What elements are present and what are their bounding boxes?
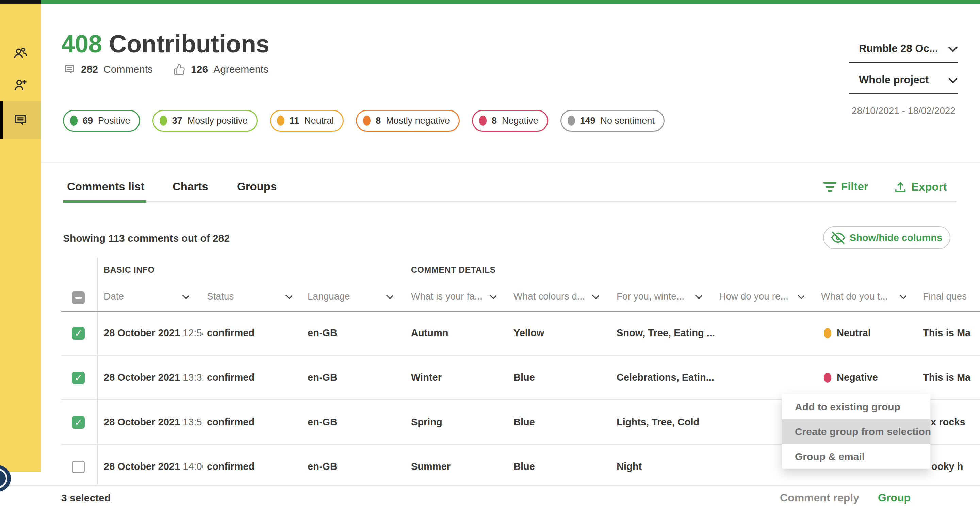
chevron-down-icon xyxy=(386,292,393,300)
cell-language: en-GB xyxy=(308,461,406,472)
active-tab-indicator xyxy=(63,200,146,203)
selection-action-bar: 3 selected Comment reply Group xyxy=(0,485,980,512)
project-selector[interactable]: Rumble 28 Oc... xyxy=(850,40,958,63)
cell-sentiment: Neutral xyxy=(824,327,916,339)
cell-language: en-GB xyxy=(308,327,406,339)
tab-charts[interactable]: Charts xyxy=(172,180,208,193)
row-checkbox[interactable]: ✓ xyxy=(72,416,85,429)
badge-neutral[interactable]: 11 Neutral xyxy=(270,110,344,132)
row-checkbox[interactable]: ✓ xyxy=(72,327,85,340)
filter-icon xyxy=(823,182,837,192)
cell-winter-things: Lights, Tree, Cold xyxy=(617,417,714,428)
cell-winter-things: Snow, Tree, Eating ... xyxy=(617,327,714,339)
cell-colours: Yellow xyxy=(514,327,611,339)
badge-mostly-positive[interactable]: 37 Mostly positive xyxy=(153,110,258,132)
indeterminate-icon xyxy=(75,297,82,299)
sidebar-item-comments[interactable] xyxy=(13,112,28,127)
scope-selector-value: Whole project xyxy=(859,74,929,86)
badge-positive[interactable]: 69 Positive xyxy=(63,110,140,132)
badge-no-sentiment[interactable]: 149 No sentiment xyxy=(560,110,665,132)
comment-reply-button[interactable]: Comment reply xyxy=(780,491,859,504)
chevron-down-icon xyxy=(182,292,189,300)
cell-favourite-season: Summer xyxy=(411,461,509,472)
cell-final-question: This is Ma xyxy=(923,327,980,339)
sidebar-item-participants[interactable] xyxy=(13,46,28,61)
badge-negative[interactable]: 8 Negative xyxy=(472,110,548,132)
cell-date: 28 October 2021 14:06:: xyxy=(104,461,203,472)
neutral-dot xyxy=(277,116,285,126)
section-header-comment-details: COMMENT DETAILS xyxy=(411,265,496,275)
sidebar xyxy=(0,4,41,472)
cell-sentiment: Negative xyxy=(824,372,916,383)
row-checkbox[interactable] xyxy=(72,461,85,473)
menu-item-add-to-existing-group[interactable]: Add to existing group xyxy=(782,395,930,419)
cell-status: confirmed xyxy=(207,461,305,472)
cell-colours: Blue xyxy=(514,372,611,383)
agreements-count: 126 xyxy=(191,63,208,75)
mostly-negative-dot xyxy=(363,116,371,126)
show-hide-columns-button[interactable]: Show/hide columns xyxy=(823,227,950,249)
page-title: 408 Contributions xyxy=(61,30,269,58)
cell-winter-things: Celebrations, Eatin... xyxy=(617,372,714,383)
cell-language: en-GB xyxy=(308,372,406,383)
cell-language: en-GB xyxy=(308,417,406,428)
topbar xyxy=(41,0,980,4)
header-divider xyxy=(41,162,980,163)
group-button[interactable]: Group xyxy=(878,491,911,504)
row-checkbox[interactable]: ✓ xyxy=(72,372,85,384)
tab-groups[interactable]: Groups xyxy=(237,180,277,193)
column-header-final-question[interactable]: Final ques xyxy=(923,291,980,302)
chevron-down-icon xyxy=(948,74,958,83)
date-range: 28/10/2021 - 18/02/2022 xyxy=(850,105,956,116)
app-screen: 408 Contributions 282 Comments 126 Agree… xyxy=(0,0,980,512)
chevron-down-icon xyxy=(798,292,804,300)
column-header-what-do-you[interactable]: What do you t... xyxy=(821,291,906,302)
eye-off-icon xyxy=(831,231,845,244)
section-header-basic-info: BASIC INFO xyxy=(104,265,154,275)
cell-colours: Blue xyxy=(514,417,611,428)
mostly-positive-dot xyxy=(159,116,167,126)
export-button[interactable]: Export xyxy=(894,180,947,194)
column-header-winter[interactable]: For you, winte... xyxy=(617,291,702,302)
sidebar-active-indicator xyxy=(0,101,3,139)
cell-favourite-season: Winter xyxy=(411,372,509,383)
check-icon: ✓ xyxy=(75,418,82,427)
cell-final-question: ooky h xyxy=(931,461,980,472)
ring-icon xyxy=(0,469,8,488)
cell-status: confirmed xyxy=(207,327,305,339)
scope-selector[interactable]: Whole project xyxy=(850,71,958,94)
header-stats: 282 Comments 126 Agreements xyxy=(63,63,269,76)
column-header-colours[interactable]: What colours d... xyxy=(514,291,598,302)
column-header-how-do-you[interactable]: How do you re... xyxy=(719,291,804,302)
cell-date: 28 October 2021 12:54:: xyxy=(104,327,203,339)
cell-favourite-season: Spring xyxy=(411,417,509,428)
filter-button[interactable]: Filter xyxy=(823,180,869,193)
menu-item-create-group-from-selection[interactable]: Create group from selection xyxy=(782,419,930,444)
cell-status: confirmed xyxy=(207,372,305,383)
column-header-date[interactable]: Date xyxy=(104,291,189,302)
select-all-checkbox[interactable] xyxy=(72,292,85,304)
results-summary: Showing 113 comments out of 282 xyxy=(63,233,230,244)
tab-comments-list[interactable]: Comments list xyxy=(67,180,144,193)
cell-date: 28 October 2021 13:31:0 xyxy=(104,372,203,383)
contributions-label: Contributions xyxy=(109,30,269,58)
row-separator xyxy=(61,355,980,356)
tabs-divider xyxy=(63,201,956,202)
column-header-status[interactable]: Status xyxy=(207,291,292,302)
badge-mostly-negative[interactable]: 8 Mostly negative xyxy=(356,110,460,132)
chevron-down-icon xyxy=(285,292,292,300)
sentiment-dot xyxy=(824,373,831,383)
cell-final-question: x rocks xyxy=(931,417,980,428)
column-header-language[interactable]: Language xyxy=(308,291,393,302)
menu-item-group-and-email[interactable]: Group & email xyxy=(782,444,930,469)
cell-winter-things: Night xyxy=(617,461,714,472)
chevron-down-icon xyxy=(592,292,598,300)
column-header-favourite-season[interactable]: What is your fa... xyxy=(411,291,496,302)
topbar-corner xyxy=(0,0,41,4)
chevron-down-icon xyxy=(900,292,906,300)
comments-stat-label: Comments xyxy=(103,63,153,75)
cell-favourite-season: Autumn xyxy=(411,327,509,339)
chevron-down-icon xyxy=(948,43,958,52)
comments-count: 282 xyxy=(81,63,98,75)
sidebar-item-add-participant[interactable] xyxy=(13,78,28,92)
